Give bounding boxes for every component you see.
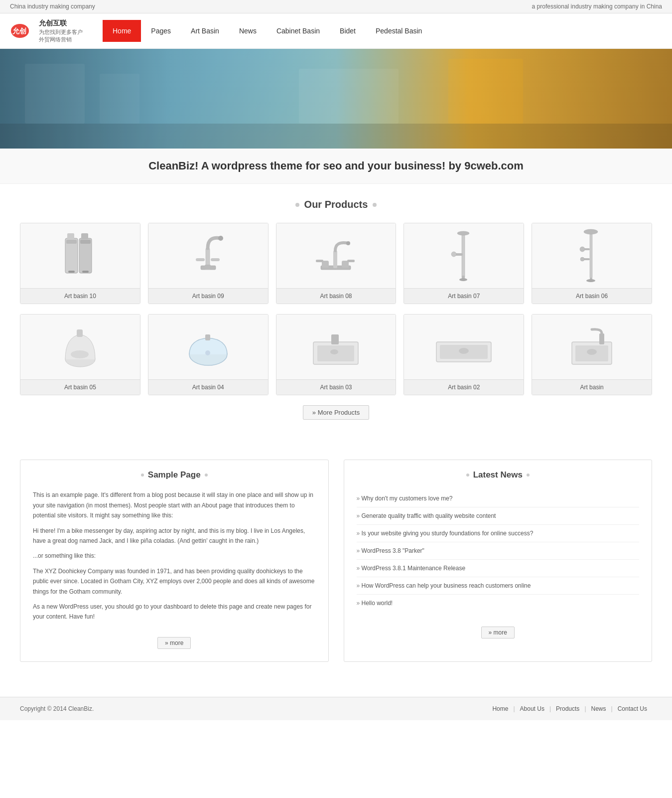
product-label-0: Art basin 10 bbox=[20, 288, 140, 304]
svg-point-42 bbox=[580, 257, 584, 261]
svg-rect-51 bbox=[331, 334, 339, 344]
sample-read-more-wrap: » more bbox=[33, 630, 316, 649]
product-img-7 bbox=[276, 315, 396, 379]
product-card-7[interactable]: Art basin 03 bbox=[276, 314, 397, 395]
svg-point-59 bbox=[587, 349, 597, 355]
sample-page-content: This is an example page. It's different … bbox=[33, 490, 316, 622]
svg-rect-6 bbox=[299, 69, 399, 124]
product-img-1 bbox=[148, 223, 268, 288]
nav-pages[interactable]: Pages bbox=[141, 20, 181, 42]
footer-link-about[interactable]: About Us bbox=[515, 705, 549, 712]
latest-news-title: Latest News bbox=[357, 470, 640, 480]
svg-point-32 bbox=[451, 252, 456, 257]
news-item-1[interactable]: Generate quality traffic with quality we… bbox=[357, 507, 640, 525]
hero-banner bbox=[0, 49, 672, 149]
product-card-9[interactable]: Art basin bbox=[532, 314, 652, 395]
products-title: Our Products bbox=[20, 199, 652, 210]
news-more-button[interactable]: » more bbox=[481, 627, 515, 638]
footer-link-products[interactable]: Products bbox=[551, 705, 584, 712]
product-label-8: Art basin 02 bbox=[404, 379, 524, 395]
svg-rect-15 bbox=[81, 233, 88, 239]
main-nav: Home Pages Art Basin News Cabinet Basin … bbox=[103, 20, 432, 42]
svg-rect-28 bbox=[347, 260, 355, 262]
svg-rect-44 bbox=[77, 329, 83, 337]
product-label-4: Art basin 06 bbox=[532, 288, 652, 304]
product-card-3[interactable]: Art basin 07 bbox=[403, 223, 524, 304]
svg-rect-4 bbox=[25, 64, 85, 124]
more-products-button[interactable]: » More Products bbox=[303, 405, 369, 420]
news-item-2[interactable]: Is your website giving you sturdy founda… bbox=[357, 525, 640, 542]
footer-link-home[interactable]: Home bbox=[487, 705, 513, 712]
product-card-6[interactable]: Art basin 04 bbox=[148, 314, 269, 395]
svg-rect-20 bbox=[196, 258, 205, 261]
news-list: Why don't my customers love me? Generate… bbox=[357, 490, 640, 612]
nav-home[interactable]: Home bbox=[103, 20, 141, 42]
svg-rect-23 bbox=[333, 251, 337, 268]
svg-rect-29 bbox=[462, 233, 465, 278]
svg-text:允创: 允创 bbox=[12, 27, 26, 35]
svg-point-24 bbox=[346, 241, 350, 245]
header: 允创 允创互联 为您找到更多客户 外贸网络营销 Home Pages Art B… bbox=[0, 13, 672, 49]
news-item-6[interactable]: Hello world! bbox=[357, 595, 640, 612]
tagline: CleanBiz! A wordpress theme for seo and … bbox=[0, 149, 672, 184]
top-bar: China industry making company a professi… bbox=[0, 0, 672, 13]
product-card-4[interactable]: Art basin 06 bbox=[532, 223, 652, 304]
svg-rect-27 bbox=[316, 260, 323, 262]
product-card-0[interactable]: Art basin 10 bbox=[20, 223, 140, 304]
products-grid-row1: Art basin 10 Art basin 09 bbox=[20, 223, 652, 304]
product-img-4 bbox=[532, 223, 652, 288]
svg-rect-7 bbox=[448, 59, 523, 124]
more-products-wrap: » More Products bbox=[20, 405, 652, 420]
sample-para-4: As a new WordPress user, you should go t… bbox=[33, 602, 316, 622]
svg-point-48 bbox=[205, 350, 210, 355]
svg-rect-11 bbox=[80, 240, 91, 244]
product-card-8[interactable]: Art basin 02 bbox=[403, 314, 524, 395]
product-label-5: Art basin 05 bbox=[20, 379, 140, 395]
sample-para-1: Hi there! I'm a bike messenger by day, a… bbox=[33, 526, 316, 546]
svg-rect-19 bbox=[205, 265, 211, 270]
nav-bidet[interactable]: Bidet bbox=[330, 20, 366, 42]
top-bar-left: China industry making company bbox=[10, 3, 95, 10]
sample-page-title: Sample Page bbox=[33, 470, 316, 480]
svg-rect-3 bbox=[0, 124, 672, 149]
hero-image bbox=[0, 49, 672, 149]
product-img-0 bbox=[20, 223, 140, 288]
logo-icon: 允创 bbox=[10, 21, 35, 41]
nav-cabinet-basin[interactable]: Cabinet Basin bbox=[267, 20, 330, 42]
news-item-0[interactable]: Why don't my customers love me? bbox=[357, 490, 640, 507]
sample-para-0: This is an example page. It's different … bbox=[33, 490, 316, 520]
svg-rect-5 bbox=[100, 74, 139, 124]
news-item-5[interactable]: How WordPress can help your business rea… bbox=[357, 577, 640, 595]
news-more-wrap: » more bbox=[357, 619, 640, 638]
sample-more-button[interactable]: » more bbox=[157, 637, 191, 649]
svg-rect-21 bbox=[211, 258, 220, 261]
news-item-3[interactable]: WordPress 3.8 "Parker" bbox=[357, 542, 640, 560]
svg-rect-14 bbox=[67, 233, 74, 239]
svg-point-34 bbox=[459, 278, 467, 281]
footer-link-contact[interactable]: Contact Us bbox=[613, 705, 652, 712]
sample-page-box: Sample Page This is an example page. It'… bbox=[20, 460, 329, 661]
product-card-1[interactable]: Art basin 09 bbox=[148, 223, 269, 304]
product-label-9: Art basin bbox=[532, 379, 652, 395]
product-img-8 bbox=[404, 315, 524, 379]
svg-rect-58 bbox=[599, 333, 604, 344]
news-item-4[interactable]: WordPress 3.8.1 Maintenance Release bbox=[357, 560, 640, 577]
product-card-2[interactable]: Art basin 08 bbox=[276, 223, 397, 304]
svg-point-30 bbox=[457, 231, 469, 235]
product-label-3: Art basin 07 bbox=[404, 288, 524, 304]
product-label-7: Art basin 03 bbox=[276, 379, 396, 395]
nav-art-basin[interactable]: Art Basin bbox=[181, 20, 229, 42]
svg-point-18 bbox=[218, 236, 223, 241]
nav-pedestal-basin[interactable]: Pedestal Basin bbox=[366, 20, 432, 42]
nav-news[interactable]: News bbox=[229, 20, 267, 42]
product-img-5 bbox=[20, 315, 140, 379]
svg-rect-13 bbox=[82, 271, 89, 273]
svg-rect-12 bbox=[68, 271, 75, 273]
svg-point-38 bbox=[586, 279, 595, 282]
product-img-2 bbox=[276, 223, 396, 288]
product-label-1: Art basin 09 bbox=[148, 288, 268, 304]
footer-link-news[interactable]: News bbox=[586, 705, 611, 712]
product-card-5[interactable]: Art basin 05 bbox=[20, 314, 140, 395]
logo[interactable]: 允创 允创互联 为您找到更多客户 外贸网络营销 bbox=[10, 18, 83, 43]
top-bar-right: a professional industry making company i… bbox=[532, 3, 662, 10]
